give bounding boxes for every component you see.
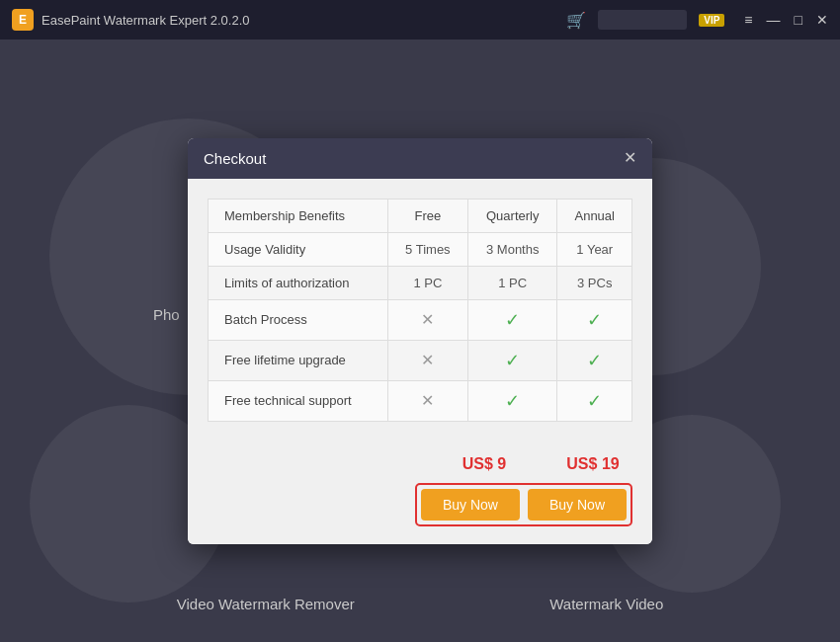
annual-cell: ✓ <box>557 340 632 380</box>
app-logo: E <box>12 9 34 31</box>
modal-footer: US$ 9 US$ 19 Buy Now Buy Now <box>188 441 652 544</box>
modal-header: Checkout ✕ <box>188 138 652 179</box>
modal-title: Checkout <box>204 150 266 167</box>
feature-cell: Usage Validity <box>209 232 388 266</box>
feature-cell: Limits of authorization <box>209 266 388 299</box>
maximize-button[interactable]: □ <box>795 12 802 28</box>
cross-icon: ✕ <box>421 392 434 409</box>
table-row: Limits of authorization1 PC1 PC3 PCs <box>209 266 632 299</box>
free-cell: ✕ <box>387 380 467 421</box>
col-header-annual: Annual <box>557 199 632 232</box>
modal-close-button[interactable]: ✕ <box>624 150 636 166</box>
free-cell: ✕ <box>387 299 467 340</box>
feature-cell: Batch Process <box>209 299 388 340</box>
modal-body: Membership Benefits Free Quarterly Annua… <box>188 179 652 441</box>
quarterly-cell: ✓ <box>468 380 557 421</box>
annual-cell: ✓ <box>557 380 632 421</box>
buy-now-annual-button[interactable]: Buy Now <box>528 489 627 521</box>
feature-cell: Free lifetime upgrade <box>209 340 388 380</box>
table-row: Batch Process✕✓✓ <box>209 299 632 340</box>
minimize-button[interactable]: — <box>767 12 781 28</box>
free-cell: 1 PC <box>387 266 467 299</box>
buy-buttons-container: Buy Now Buy Now <box>415 483 632 526</box>
cross-icon: ✕ <box>421 311 434 328</box>
check-icon: ✓ <box>505 310 520 330</box>
quarterly-price: US$ 9 <box>445 455 524 473</box>
annual-cell: ✓ <box>557 299 632 340</box>
app-title: EasePaint Watermark Expert 2.0.2.0 <box>42 13 558 28</box>
col-header-features: Membership Benefits <box>209 199 388 232</box>
quarterly-cell: 1 PC <box>468 266 557 299</box>
quarterly-cell: ✓ <box>468 299 557 340</box>
table-row: Free technical support✕✓✓ <box>209 380 632 421</box>
menu-icon[interactable]: ≡ <box>744 12 752 28</box>
free-cell: 5 Times <box>387 232 467 266</box>
check-icon: ✓ <box>587 310 602 330</box>
buy-now-quarterly-button[interactable]: Buy Now <box>421 489 520 521</box>
cart-icon[interactable]: 🛒 <box>566 11 586 30</box>
check-icon: ✓ <box>505 351 520 370</box>
table-row: Usage Validity5 Times3 Months1 Year <box>209 232 632 266</box>
vip-badge: VIP <box>699 14 724 27</box>
check-icon: ✓ <box>587 391 602 411</box>
pricing-row: US$ 9 US$ 19 <box>208 455 632 473</box>
modal-overlay: Checkout ✕ Membership Benefits Free Quar… <box>0 40 840 642</box>
check-icon: ✓ <box>587 351 602 370</box>
title-bar-icons: 🛒 VIP ≡ — □ ✕ <box>566 10 828 30</box>
main-content: Pho Video Watermark Remover Watermark Vi… <box>0 40 840 642</box>
annual-price: US$ 19 <box>553 455 632 473</box>
pricing-table: Membership Benefits Free Quarterly Annua… <box>208 199 632 422</box>
cross-icon: ✕ <box>421 352 434 368</box>
free-cell: ✕ <box>387 340 467 380</box>
annual-cell: 3 PCs <box>557 266 632 299</box>
user-bar <box>598 10 687 30</box>
col-header-free: Free <box>387 199 467 232</box>
window-controls: ≡ — □ ✕ <box>744 12 828 28</box>
close-button[interactable]: ✕ <box>816 12 828 28</box>
annual-cell: 1 Year <box>557 232 632 266</box>
table-row: Free lifetime upgrade✕✓✓ <box>209 340 632 380</box>
feature-cell: Free technical support <box>209 380 388 421</box>
col-header-quarterly: Quarterly <box>468 199 557 232</box>
quarterly-cell: ✓ <box>468 340 557 380</box>
checkout-modal: Checkout ✕ Membership Benefits Free Quar… <box>188 138 652 544</box>
title-bar: E EasePaint Watermark Expert 2.0.2.0 🛒 V… <box>0 0 840 40</box>
check-icon: ✓ <box>505 391 520 411</box>
quarterly-cell: 3 Months <box>468 232 557 266</box>
